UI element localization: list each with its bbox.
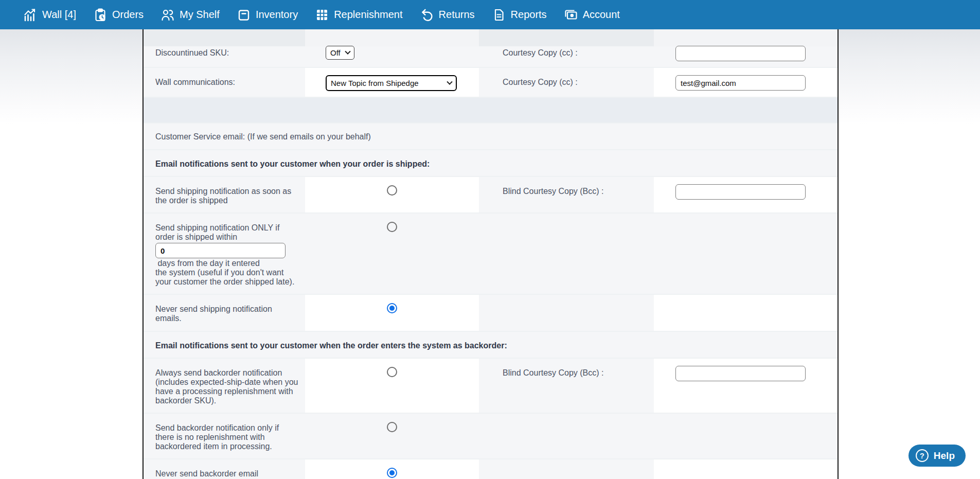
nav-item-label: Account — [583, 9, 620, 21]
chart-bars-trend-icon — [24, 8, 37, 22]
never-ship-radio[interactable] — [387, 303, 397, 313]
table-row-partial — [144, 29, 838, 38]
nav-item-label: Orders — [112, 9, 144, 21]
backorder-section-header: Email notifications sent to your custome… — [155, 341, 838, 350]
table-row-never-ship: Never send shipping notification emails. — [144, 294, 838, 331]
bcc-label: Blind Courtesy Copy (Bcc) : — [503, 187, 654, 196]
chevron-down-icon — [447, 79, 452, 84]
bcc-input[interactable] — [675, 184, 806, 200]
nav-item-reports[interactable]: Reports — [492, 8, 547, 22]
ship-within-radio[interactable] — [387, 222, 397, 232]
nav-item-my-shelf[interactable]: My Shelf — [161, 8, 220, 22]
nav-item-wall[interactable]: Wall [4] — [24, 8, 76, 22]
top-nav: Wall [4] Orders My Shelf — [0, 0, 980, 29]
wall-communications-select[interactable]: New Topic from Shipedge — [326, 75, 457, 91]
always-backorder-radio[interactable] — [387, 367, 397, 377]
table-row-never-backorder: Never send backorder email notification — [144, 458, 838, 479]
settings-table: Discountinued SKU: Off Courtesy Copy (cc… — [142, 29, 839, 479]
right-margin — [839, 29, 980, 479]
courtesy-copy-input[interactable] — [675, 46, 806, 61]
backorder-only-if-label: Send backorder notification only if ther… — [155, 423, 305, 451]
nav-item-label: My Shelf — [180, 9, 220, 21]
courtesy-copy-cc-input[interactable] — [675, 75, 806, 91]
never-backorder-label: Never send backorder email notification — [155, 469, 305, 479]
ship-asap-label: Send shipping notification as soon as th… — [155, 187, 305, 205]
table-row-customer-service: Customer Service email: (If we send emai… — [144, 122, 838, 149]
storage-box-icon — [237, 8, 251, 22]
chevron-down-icon — [345, 48, 350, 54]
nav-item-label: Wall [4] — [42, 9, 76, 21]
courtesy-copy-label: Courtesy Copy (cc) : — [503, 48, 654, 58]
help-button[interactable]: ? Help — [908, 445, 966, 467]
ship-within-label: Send shipping notification ONLY if order… — [155, 223, 305, 242]
never-ship-label: Never send shipping notification emails. — [155, 305, 305, 323]
document-icon — [492, 8, 506, 22]
wall-communications-label: Wall communications: — [155, 78, 305, 87]
content-area: Discountinued SKU: Off Courtesy Copy (cc… — [0, 29, 980, 479]
grid-icon — [315, 8, 329, 22]
nav-item-orders[interactable]: Orders — [94, 8, 144, 22]
nav-item-label: Replenishment — [334, 9, 402, 21]
help-button-label: Help — [934, 450, 955, 462]
undo-arrow-icon — [420, 8, 434, 22]
clipboard-clock-icon — [94, 8, 107, 22]
discontinued-sku-label: Discountinued SKU: — [155, 48, 305, 58]
select-value: Off — [330, 48, 341, 57]
backorder-only-if-radio[interactable] — [387, 422, 397, 432]
ship-within-days-input[interactable] — [155, 243, 286, 258]
shipped-section-header: Email notifications sent to your custome… — [155, 159, 838, 169]
table-row-discontinued-sku: Discountinued SKU: Off Courtesy Copy (cc… — [144, 38, 838, 67]
table-row-backorder-header: Email notifications sent to your custome… — [144, 331, 838, 358]
question-circle-icon: ? — [916, 449, 929, 462]
people-icon — [161, 8, 174, 22]
ship-asap-radio[interactable] — [387, 185, 397, 196]
ship-within-suffix: days from the day it entered the system … — [155, 259, 305, 287]
discontinued-sku-select[interactable]: Off — [326, 46, 354, 60]
courtesy-copy-label: Courtesy Copy (cc) : — [503, 78, 654, 87]
nav-item-returns[interactable]: Returns — [420, 8, 475, 22]
payments-icon — [564, 8, 578, 22]
nav-item-label: Returns — [439, 9, 475, 21]
select-value: New Topic from Shipedge — [331, 79, 419, 87]
bcc-label: Blind Courtesy Copy (Bcc) : — [503, 368, 654, 378]
nav-item-replenishment[interactable]: Replenishment — [315, 8, 402, 22]
never-backorder-radio[interactable] — [387, 468, 397, 478]
table-row-always-backorder: Always send backorder notification (incl… — [144, 358, 838, 413]
table-row-spacer — [144, 97, 838, 122]
table-row-ship-within: Send shipping notification ONLY if order… — [144, 212, 838, 294]
left-margin — [0, 29, 142, 479]
table-row-ship-asap: Send shipping notification as soon as th… — [144, 176, 838, 212]
table-row-wall-communications: Wall communications: New Topic from Ship… — [144, 67, 838, 97]
table-row-backorder-only-if: Send backorder notification only if ther… — [144, 413, 838, 458]
nav-item-label: Reports — [511, 9, 547, 21]
nav-item-inventory[interactable]: Inventory — [237, 8, 298, 22]
bcc-input[interactable] — [675, 366, 806, 381]
always-backorder-label: Always send backorder notification (incl… — [155, 368, 305, 405]
table-row-shipped-header: Email notifications sent to your custome… — [144, 149, 838, 176]
customer-service-label: Customer Service email: (If we send emai… — [155, 132, 838, 141]
nav-item-label: Inventory — [256, 9, 298, 21]
nav-item-account[interactable]: Account — [564, 8, 620, 22]
